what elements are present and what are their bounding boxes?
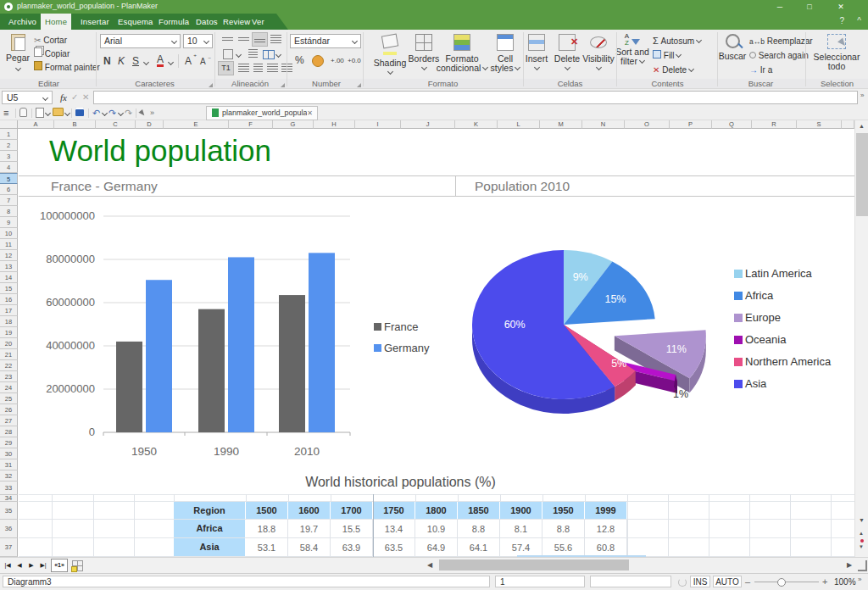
row-header-35[interactable]: 35	[0, 502, 18, 520]
search-again-button[interactable]: Search again	[749, 49, 809, 62]
border-caret[interactable]	[236, 52, 242, 58]
row-header-14[interactable]: 14	[0, 272, 18, 283]
table-value-cell[interactable]: 63.9	[331, 538, 373, 557]
grow-font-button[interactable]: A	[185, 55, 192, 67]
zoom-in-icon[interactable]: +	[822, 576, 827, 587]
row-header-36[interactable]: 36	[0, 520, 18, 538]
vscroll[interactable]: ▲ ▼ ▲ ▼	[854, 120, 868, 557]
zoom-out-icon[interactable]: –	[745, 576, 750, 587]
document-tab[interactable]: planmaker_world_populat... ✕	[206, 106, 318, 120]
corner-box[interactable]	[0, 120, 18, 129]
hscroll-right-arrow[interactable]: ▶	[847, 561, 852, 569]
active-sheet-tab[interactable]: «1»	[51, 559, 68, 572]
row-header-13[interactable]: 13	[0, 261, 18, 272]
hscroll-track[interactable]	[437, 559, 845, 571]
format-painter-button[interactable]: Format painter	[34, 61, 100, 74]
column-header-partial[interactable]	[842, 120, 854, 129]
redo-caret[interactable]	[118, 110, 124, 116]
table-value-cell[interactable]: 57.4	[500, 538, 542, 557]
table-value-cell[interactable]: 15.5	[331, 520, 373, 538]
repeat-icon[interactable]: ↷	[125, 108, 132, 119]
document-tab-close-icon[interactable]: ✕	[307, 107, 313, 120]
maximize-button[interactable]: □	[797, 1, 822, 13]
row-header-32[interactable]: 32	[0, 470, 18, 481]
align-left-button[interactable]	[236, 62, 251, 75]
autosum-button[interactable]: Σ Autosum	[653, 35, 701, 47]
hscroll-left-arrow[interactable]: ◀	[427, 561, 432, 569]
font-color-button[interactable]: A	[157, 55, 164, 67]
close-button[interactable]: ✕	[828, 1, 854, 13]
row-header-17[interactable]: 17	[0, 305, 18, 316]
redo-icon[interactable]: ↷	[108, 108, 116, 119]
font-color-caret[interactable]	[168, 59, 174, 65]
column-header-E[interactable]: E	[164, 120, 229, 129]
replace-button[interactable]: a↔b Reemplazar	[749, 35, 813, 47]
table-value-cell[interactable]: 64.9	[415, 538, 458, 557]
row-header-8[interactable]: 8	[0, 206, 18, 217]
new-document-icon[interactable]	[36, 108, 44, 120]
row-header-2[interactable]: 2	[0, 140, 18, 151]
prev-sheet-button[interactable]: ◀	[14, 559, 25, 571]
touch-mode-icon[interactable]	[19, 108, 27, 120]
pointer-icon[interactable]	[140, 108, 145, 119]
table-value-cell[interactable]: 64.1	[458, 538, 500, 557]
row-header-12[interactable]: 12	[0, 250, 18, 261]
align-justify-v-button[interactable]	[269, 33, 283, 46]
row-header-37[interactable]: 37	[0, 538, 18, 557]
shrink-font-button[interactable]: A	[200, 57, 206, 66]
row-header-26[interactable]: 26	[0, 404, 18, 415]
row-header-24[interactable]: 24	[0, 382, 18, 393]
row-header-1[interactable]: 1	[0, 129, 18, 140]
row-header-3[interactable]: 3	[0, 151, 18, 162]
row-header-7[interactable]: 7	[0, 195, 18, 206]
column-header-J[interactable]: J	[401, 120, 455, 129]
table-header-cell[interactable]: 1950	[542, 502, 584, 519]
collapse-ribbon-icon[interactable]: ^	[857, 16, 861, 25]
column-header-H[interactable]: H	[314, 120, 355, 129]
row-header-18[interactable]: 18	[0, 316, 18, 327]
row-header-33[interactable]: 33	[0, 481, 18, 495]
vscroll-thumb[interactable]	[856, 133, 868, 216]
table-value-cell[interactable]: 12.8	[585, 520, 627, 538]
fx-icon[interactable]: fx	[60, 92, 67, 103]
goto-button[interactable]: → Ir a	[749, 64, 772, 76]
table-value-cell[interactable]: 8.8	[458, 520, 500, 538]
open-file-icon[interactable]	[53, 108, 64, 119]
column-header-S[interactable]: S	[797, 120, 842, 129]
cell-styles-button[interactable]: Cell styles	[487, 32, 524, 73]
column-header-B[interactable]: B	[54, 120, 96, 129]
number-format-select[interactable]: Estándar	[290, 34, 361, 48]
cell-reference-box[interactable]: U5	[2, 91, 53, 104]
cancel-icon[interactable]: ✕	[82, 92, 89, 102]
column-header-L[interactable]: L	[498, 120, 540, 129]
table-value-cell[interactable]: 8.1	[500, 520, 542, 538]
hamburger-menu-icon[interactable]: ≡	[3, 108, 8, 119]
table-header-cell[interactable]: 1700	[331, 502, 372, 519]
percent-button[interactable]: %	[295, 54, 304, 66]
table-value-cell[interactable]: 53.1	[246, 538, 288, 557]
hscroll-thumb[interactable]	[439, 559, 629, 571]
underline-caret[interactable]	[143, 59, 149, 65]
merge-cells-button[interactable]	[261, 47, 275, 60]
table-region-cell[interactable]: Asia	[174, 538, 245, 556]
row-header-27[interactable]: 27	[0, 415, 18, 426]
ribbon-group-expand-triangle[interactable]	[281, 83, 285, 87]
column-header-N[interactable]: N	[582, 120, 625, 129]
column-header-O[interactable]: O	[625, 120, 670, 129]
find-button[interactable]: Buscar	[715, 32, 749, 61]
column-header-C[interactable]: C	[96, 120, 136, 129]
delete-contents-button[interactable]: ✕ Delete	[653, 64, 693, 76]
row-header-16[interactable]: 16	[0, 294, 18, 305]
last-sheet-button[interactable]: ▶|	[37, 559, 49, 571]
bar-chart[interactable]: 0200000004000000060000000800000001000000…	[18, 203, 450, 466]
formula-bar-more-icon[interactable]: »	[860, 92, 864, 99]
new-document-caret[interactable]	[45, 110, 51, 116]
row-header-19[interactable]: 19	[0, 327, 18, 338]
menu-item-archivo[interactable]: Archivo	[4, 14, 41, 30]
table-region-cell[interactable]: Africa	[174, 520, 245, 537]
text-direction-button[interactable]: T1	[219, 62, 233, 75]
underline-button[interactable]: S	[132, 55, 139, 67]
wrap-text-button[interactable]	[246, 47, 260, 60]
table-header-cell[interactable]: 1900	[500, 502, 542, 519]
vscroll-page-up-icon[interactable]: ▲	[859, 531, 864, 536]
